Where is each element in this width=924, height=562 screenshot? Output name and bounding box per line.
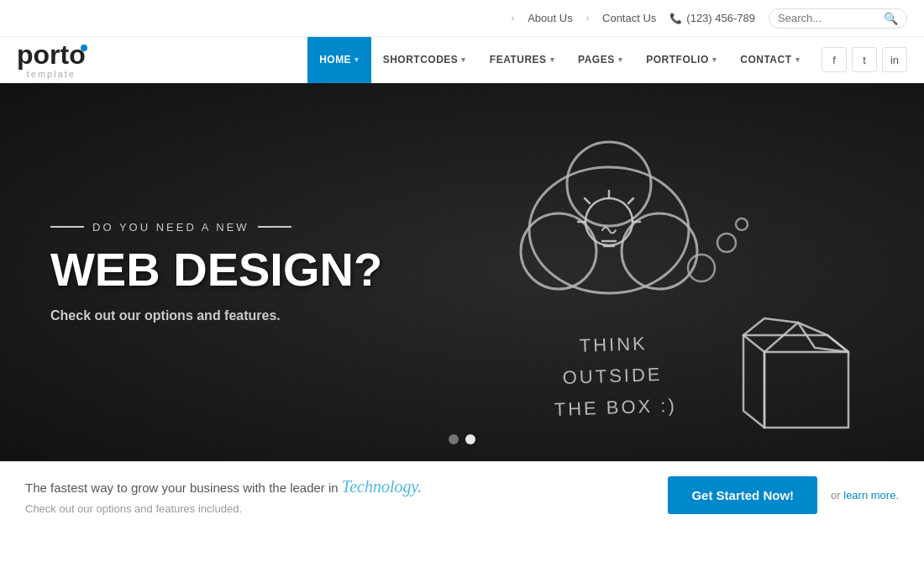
svg-text:THE BOX :): THE BOX :) xyxy=(554,395,677,420)
logo-dot xyxy=(81,45,87,51)
hero-description: Check out our options and features. xyxy=(50,308,382,323)
contact-label: Contact Us xyxy=(602,12,656,24)
search-input[interactable] xyxy=(778,12,879,24)
bottom-text-before: The fastest way to grow your business wi… xyxy=(25,481,339,495)
top-bar: › About Us › Contact Us 📞 (123) 456-789 … xyxy=(0,0,924,37)
main-nav: HOME ▾ SHORTCODES ▾ FEATURES ▾ PAGES ▾ P… xyxy=(307,37,811,83)
nav-label-contact: CONTACT xyxy=(740,54,791,66)
hero-illustration: THINK OUTSIDE THE BOX :) xyxy=(437,83,924,461)
nav-label-pages: PAGES xyxy=(578,54,615,66)
nav-item-pages[interactable]: PAGES ▾ xyxy=(566,37,634,83)
learn-more-link[interactable]: learn more. xyxy=(843,489,899,502)
twitter-icon[interactable]: t xyxy=(852,47,877,72)
nav-item-contact[interactable]: CONTACT ▾ xyxy=(728,37,811,83)
features-dropdown-icon: ▾ xyxy=(550,55,555,64)
nav-label-home: HOME xyxy=(319,54,351,66)
phone-icon: 📞 xyxy=(669,13,682,24)
hero-section: THINK OUTSIDE THE BOX :) DO YOU NEED A N… xyxy=(0,83,924,461)
search-button[interactable]: 🔍 xyxy=(884,12,898,25)
logo-text: porto xyxy=(17,41,86,68)
nav-label-features: FEATURES xyxy=(490,54,547,66)
hero-title: WEB DESIGN? xyxy=(50,244,382,296)
header: porto template HOME ▾ SHORTCODES ▾ FEATU… xyxy=(0,37,924,83)
hero-line-right xyxy=(258,226,291,228)
about-chevron: › xyxy=(512,13,514,23)
slider-dots xyxy=(449,434,475,444)
home-dropdown-icon: ▾ xyxy=(354,55,360,64)
facebook-icon[interactable]: f xyxy=(822,47,847,72)
bottom-banner: The fastest way to grow your business wi… xyxy=(0,461,924,528)
logo-subtitle: template xyxy=(17,69,86,79)
svg-line-8 xyxy=(628,198,633,203)
svg-line-9 xyxy=(585,198,590,203)
search-box: 🔍 xyxy=(769,8,907,29)
svg-point-3 xyxy=(567,142,651,226)
svg-point-14 xyxy=(736,218,748,230)
slider-dot-2[interactable] xyxy=(465,434,475,444)
hero-subtitle: DO YOU NEED A NEW xyxy=(50,221,382,234)
hero-subtitle-text: DO YOU NEED A NEW xyxy=(92,221,249,234)
svg-text:OUTSIDE: OUTSIDE xyxy=(562,364,663,388)
phone-number: (123) 456-789 xyxy=(686,12,755,24)
phone-display: 📞 (123) 456-789 xyxy=(669,12,755,24)
hero-line-left xyxy=(50,226,84,228)
svg-text:THINK: THINK xyxy=(579,333,648,356)
hero-content: DO YOU NEED A NEW WEB DESIGN? Check out … xyxy=(0,221,382,324)
or-text: or learn more. xyxy=(831,489,899,502)
logo-o: o xyxy=(69,39,86,70)
about-label: About Us xyxy=(528,12,572,24)
slider-dot-1[interactable] xyxy=(449,434,459,444)
nav-item-features[interactable]: FEATURES ▾ xyxy=(478,37,566,83)
shortcodes-dropdown-icon: ▾ xyxy=(461,55,466,64)
logo[interactable]: porto template xyxy=(17,41,86,79)
pages-dropdown-icon: ▾ xyxy=(618,55,623,64)
nav-item-shortcodes[interactable]: SHORTCODES ▾ xyxy=(371,37,478,83)
bottom-text-highlight: Technology. xyxy=(342,477,422,496)
cta-button[interactable]: Get Started Now! xyxy=(668,476,817,514)
portfolio-dropdown-icon: ▾ xyxy=(712,55,717,64)
nav-label-shortcodes: SHORTCODES xyxy=(383,54,459,66)
bottom-text-sub: Check out our options and features inclu… xyxy=(25,501,668,517)
social-icons: f t in xyxy=(822,47,907,72)
contact-chevron: › xyxy=(586,13,589,23)
bottom-text: The fastest way to grow your business wi… xyxy=(25,474,668,517)
about-link[interactable]: About Us xyxy=(528,12,572,24)
svg-point-13 xyxy=(717,234,736,252)
contact-dropdown-icon: ▾ xyxy=(795,55,801,64)
nav-item-home[interactable]: HOME ▾ xyxy=(307,37,371,83)
linkedin-icon[interactable]: in xyxy=(882,47,907,72)
contact-link[interactable]: Contact Us xyxy=(602,12,656,24)
nav-label-portfolio: PORTFOLIO xyxy=(646,54,709,66)
nav-item-portfolio[interactable]: PORTFOLIO ▾ xyxy=(634,37,728,83)
